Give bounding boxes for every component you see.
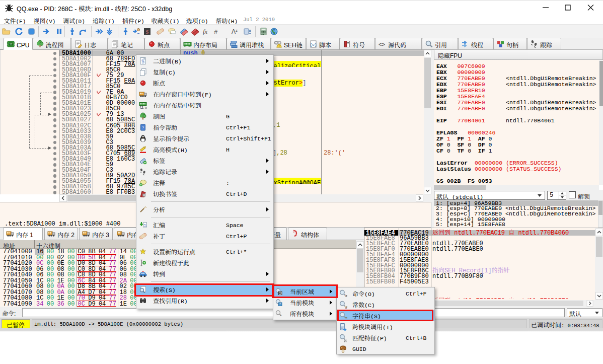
svg-text:A: A (232, 28, 236, 35)
svg-text:*: * (280, 303, 281, 306)
svg-text:S: S (146, 29, 149, 35)
svg-text:#: # (345, 305, 347, 309)
svg-text:10: 10 (141, 61, 144, 64)
svg-text:fx: fx (203, 28, 208, 35)
svg-text:32: 32 (9, 43, 12, 46)
svg-text:z: z (236, 28, 238, 33)
svg-text:#: # (214, 28, 218, 36)
svg-text:?: ? (142, 126, 144, 130)
svg-text:<>: <> (379, 42, 386, 48)
svg-text:@: @ (145, 106, 147, 109)
svg-text:{o}: {o} (310, 42, 317, 47)
svg-text:*: * (280, 314, 282, 318)
svg-text:>: > (345, 294, 347, 298)
svg-text:10: 10 (144, 225, 146, 227)
